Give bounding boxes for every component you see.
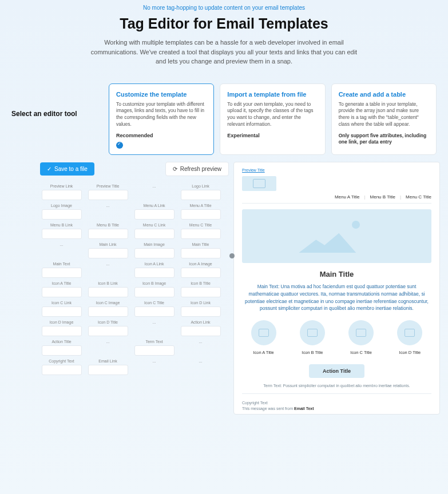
card-note: Only support five attributes, including … [339,133,429,145]
field-label: Menu C Title [189,223,212,228]
field-input[interactable] [42,326,82,336]
form-field: ... [133,359,176,375]
field-input[interactable] [42,345,82,356]
preview-title-link[interactable]: Preview Title [242,168,265,172]
field-input[interactable] [181,229,221,239]
field-input[interactable] [181,209,221,220]
field-label: ... [106,204,110,208]
field-input[interactable] [88,287,128,297]
field-label: Menu A Title [189,204,211,208]
workspace: ✓ Save to a file ⟳ Refresh preview Previ… [0,158,448,415]
form-field: Icon D Title [86,320,129,336]
field-input[interactable] [134,229,175,239]
field-input[interactable] [88,190,128,200]
field-label: Icon A Image [189,262,212,266]
field-label: Action Link [191,320,210,325]
field-input[interactable] [134,248,175,258]
field-input[interactable] [42,365,82,375]
icon-item: Icon B Title [291,320,334,355]
form-field: Icon C Link [40,301,83,317]
menu-item[interactable]: Menu B Title [370,194,395,200]
image-placeholder-icon [397,320,422,345]
field-input[interactable] [181,190,221,200]
field-input[interactable] [88,306,128,317]
field-label: Preview Link [50,184,73,189]
icon-item: Icon C Title [340,320,383,355]
resize-handle[interactable] [229,253,235,258]
field-input[interactable] [134,287,175,297]
preview-main-text: Main Text: Una motiva ad hoc faciendum e… [242,283,431,312]
form-field: ... [133,320,176,336]
field-input[interactable] [42,306,82,317]
menu-item[interactable]: Menu A Title [335,194,360,200]
save-button[interactable]: ✓ Save to a file [40,162,94,176]
field-input[interactable] [42,287,82,297]
field-input[interactable] [42,190,82,200]
form-field: Preview Link [40,184,83,200]
field-input[interactable] [181,287,221,297]
form-field: Icon A Link [133,262,176,278]
field-label: Icon C Title [144,301,164,305]
field-input[interactable] [181,268,221,278]
form-field: Icon A Image [179,262,222,278]
field-input[interactable] [88,326,128,336]
field-label: Term Text [145,340,162,344]
refresh-button[interactable]: ⟳ Refresh preview [165,162,229,176]
field-label: ... [199,340,203,344]
field-label: Main Title [192,242,209,247]
field-input[interactable] [42,268,82,278]
refresh-icon: ⟳ [173,166,177,172]
logo-image-placeholder [242,176,276,191]
toolbar: ✓ Save to a file ⟳ Refresh preview [40,162,229,176]
field-input[interactable] [42,209,82,220]
card-customize[interactable]: Customize the template To customize your… [109,83,214,156]
field-label: Icon D Image [50,320,74,325]
save-button-label: Save to a file [54,166,88,172]
field-input[interactable] [88,365,128,375]
icon-item: Icon A Title [242,320,285,355]
field-input[interactable] [181,248,221,258]
field-label: Menu B Link [50,223,73,228]
form-field: Main Text [40,262,83,278]
field-input[interactable] [181,326,221,336]
field-input[interactable] [42,229,82,239]
field-input[interactable] [134,268,175,278]
sent-from-prefix: This message was sent from [242,407,294,411]
field-label: Action Title [51,340,71,344]
form-field: Icon B Image [133,281,176,297]
image-placeholder-icon [251,320,276,345]
sent-from: This message was sent from Email Text [242,407,431,411]
field-input[interactable] [134,345,175,356]
sent-from-email: Email Text [294,407,314,411]
field-input[interactable] [134,209,175,220]
form-field: Icon D Image [40,320,83,336]
icon-title: Icon B Title [291,350,334,355]
form-field: Icon A Title [40,281,83,297]
preview-action-button[interactable]: Action Title [309,364,364,378]
preview-footer: Copyright Text This message was sent fro… [242,401,431,411]
field-label: Icon C Link [51,301,72,305]
card-import[interactable]: Import a template from file To edit your… [220,83,325,156]
form-field: Menu A Title [179,204,222,220]
form-field: Icon B Title [179,281,222,297]
form-field: Icon C Title [133,301,176,317]
field-label: Menu A Link [143,204,165,208]
field-label: Icon B Title [191,281,211,286]
card-table[interactable]: Create and add a table To generate a tab… [331,83,437,156]
form-field: Menu A Link [133,204,176,220]
field-label: Preview Title [97,184,120,189]
field-input[interactable] [88,248,128,258]
field-label: Email Link [98,359,117,364]
field-input[interactable] [88,229,128,239]
field-label: Copyright Text [49,359,74,364]
field-input[interactable] [134,306,175,317]
menu-item[interactable]: Menu C Title [406,194,431,200]
field-input[interactable] [181,306,221,317]
field-label: Icon C Image [96,301,120,305]
check-icon: ✓ [47,166,51,172]
main-image-placeholder [242,209,431,263]
check-icon [116,142,123,149]
field-label: ... [106,340,110,344]
icon-title: Icon A Title [242,350,285,355]
card-title: Customize the template [116,91,207,98]
